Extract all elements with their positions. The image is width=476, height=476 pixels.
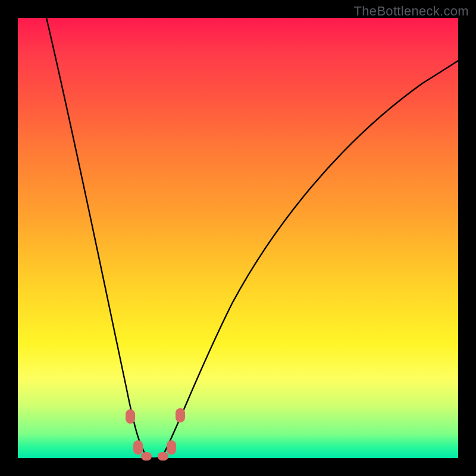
watermark-text: TheBottleneck.com <box>354 4 469 19</box>
marker-right-lower <box>167 440 176 455</box>
curve-left-branch <box>46 18 148 457</box>
curve-right-branch <box>162 61 458 457</box>
chart-plot-area <box>18 18 458 458</box>
marker-bottom-right <box>158 452 168 461</box>
marker-bottom-left <box>141 452 152 461</box>
marker-right-upper <box>176 408 185 422</box>
marker-left-lower <box>133 440 143 455</box>
marker-left-upper <box>126 409 135 424</box>
bottleneck-curve <box>18 18 458 458</box>
